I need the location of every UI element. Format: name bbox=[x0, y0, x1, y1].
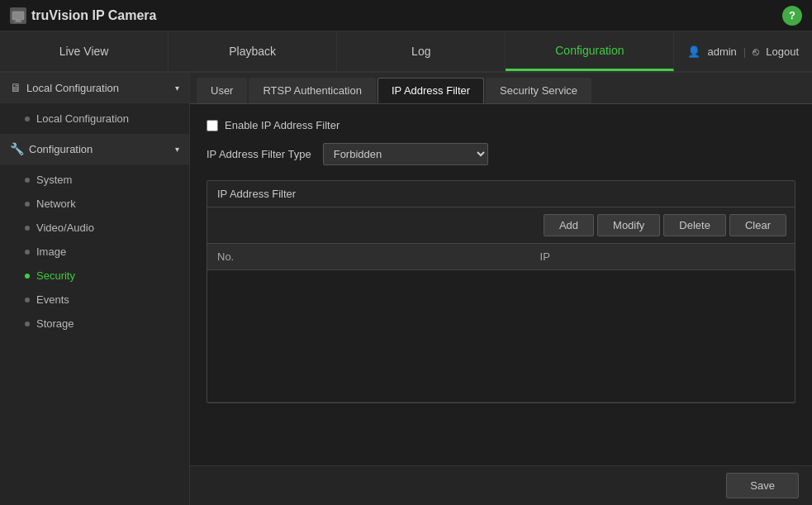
sidebar-item-network[interactable]: Network bbox=[0, 192, 189, 216]
logo-icon bbox=[10, 7, 26, 24]
sidebar-item-security[interactable]: Security bbox=[0, 264, 189, 288]
sidebar-item-storage[interactable]: Storage bbox=[0, 312, 189, 336]
wrench-icon: 🔧 bbox=[10, 142, 24, 155]
dot-icon bbox=[25, 202, 30, 207]
app-title: truVision IP Camera bbox=[31, 8, 156, 23]
content-area: User RTSP Authentication IP Address Filt… bbox=[190, 73, 812, 505]
ip-filter-toolbar: Add Modify Delete Clear bbox=[207, 207, 795, 244]
ip-filter-section-title: IP Address Filter bbox=[207, 181, 795, 207]
sidebar-header-config[interactable]: 🔧 Configuration ▾ bbox=[0, 134, 189, 164]
logout-button[interactable]: Logout bbox=[766, 45, 799, 58]
sidebar-section-local: 🖥 Local Configuration ▾ Local Configurat… bbox=[0, 73, 189, 134]
dot-icon bbox=[25, 117, 30, 121]
dot-icon bbox=[25, 298, 30, 303]
header: truVision IP Camera ? bbox=[0, 0, 812, 31]
delete-button[interactable]: Delete bbox=[663, 214, 726, 236]
svg-rect-1 bbox=[16, 20, 21, 21]
tab-ip-address-filter[interactable]: IP Address Filter bbox=[378, 78, 484, 103]
user-icon: 👤 bbox=[687, 45, 700, 58]
dot-icon bbox=[25, 250, 30, 255]
ip-filter-box: IP Address Filter Add Modify Delete Clea… bbox=[207, 180, 795, 403]
sidebar-section-config: 🔧 Configuration ▾ System Network Video/A… bbox=[0, 134, 189, 339]
col-header-ip: IP bbox=[530, 244, 795, 270]
dot-icon bbox=[25, 226, 30, 231]
footer: Save bbox=[190, 465, 812, 505]
svg-rect-2 bbox=[14, 21, 22, 22]
sidebar-item-video-audio[interactable]: Video/Audio bbox=[0, 216, 189, 240]
content-body: Enable IP Address Filter IP Address Filt… bbox=[190, 104, 812, 465]
modify-button[interactable]: Modify bbox=[597, 214, 660, 236]
enable-filter-row: Enable IP Address Filter bbox=[207, 119, 795, 131]
sidebar-items-config: System Network Video/Audio Image Securit… bbox=[0, 164, 189, 339]
sidebar-item-events[interactable]: Events bbox=[0, 288, 189, 312]
chevron-down-icon: ▾ bbox=[175, 83, 179, 93]
logout-icon: ⎋ bbox=[753, 45, 759, 58]
username-label: admin bbox=[707, 45, 736, 58]
monitor-icon: 🖥 bbox=[10, 81, 21, 94]
col-header-no: No. bbox=[207, 244, 530, 270]
sidebar-section-local-label: Local Configuration bbox=[26, 82, 119, 94]
sidebar: 🖥 Local Configuration ▾ Local Configurat… bbox=[0, 73, 190, 505]
help-button[interactable]: ? bbox=[782, 6, 802, 26]
sidebar-section-config-label: Configuration bbox=[29, 143, 93, 155]
sub-tabs: User RTSP Authentication IP Address Filt… bbox=[190, 73, 812, 104]
nav-tabs: Live View Playback Log Configuration 👤 a… bbox=[0, 31, 812, 73]
sidebar-item-image[interactable]: Image bbox=[0, 240, 189, 264]
dot-icon bbox=[25, 178, 30, 183]
filter-type-select[interactable]: Forbidden Allowed bbox=[323, 143, 488, 165]
header-right: ? bbox=[782, 6, 802, 26]
filter-type-label: IP Address Filter Type bbox=[207, 148, 311, 160]
dot-icon bbox=[25, 322, 30, 326]
dot-active-icon bbox=[25, 274, 30, 279]
enable-ip-filter-label[interactable]: Enable IP Address Filter bbox=[225, 119, 340, 131]
svg-rect-0 bbox=[12, 12, 24, 20]
add-button[interactable]: Add bbox=[544, 214, 594, 236]
filter-type-row: IP Address Filter Type Forbidden Allowed bbox=[207, 143, 795, 165]
tab-configuration[interactable]: Configuration bbox=[506, 31, 674, 71]
user-area: 👤 admin | ⎋ Logout bbox=[674, 31, 812, 71]
tab-playback[interactable]: Playback bbox=[169, 31, 337, 71]
tab-security-service[interactable]: Security Service bbox=[486, 78, 591, 103]
main-layout: 🖥 Local Configuration ▾ Local Configurat… bbox=[0, 73, 812, 505]
sidebar-items-local: Local Configuration bbox=[0, 103, 189, 134]
tab-user[interactable]: User bbox=[197, 78, 247, 103]
separator: | bbox=[743, 45, 746, 58]
tab-log[interactable]: Log bbox=[337, 31, 506, 71]
ip-filter-empty-row bbox=[207, 270, 795, 403]
clear-button[interactable]: Clear bbox=[729, 214, 786, 236]
chevron-down-icon-2: ▾ bbox=[175, 145, 179, 154]
sidebar-item-local-configuration[interactable]: Local Configuration bbox=[0, 107, 189, 131]
enable-ip-filter-checkbox[interactable] bbox=[207, 120, 218, 131]
sidebar-header-local-config[interactable]: 🖥 Local Configuration ▾ bbox=[0, 73, 189, 103]
logo: truVision IP Camera bbox=[10, 7, 156, 24]
tab-rtsp-auth[interactable]: RTSP Authentication bbox=[249, 78, 376, 103]
sidebar-item-system[interactable]: System bbox=[0, 168, 189, 192]
save-button[interactable]: Save bbox=[726, 473, 799, 498]
ip-filter-table: No. IP bbox=[207, 244, 795, 403]
tab-live-view[interactable]: Live View bbox=[0, 31, 169, 71]
